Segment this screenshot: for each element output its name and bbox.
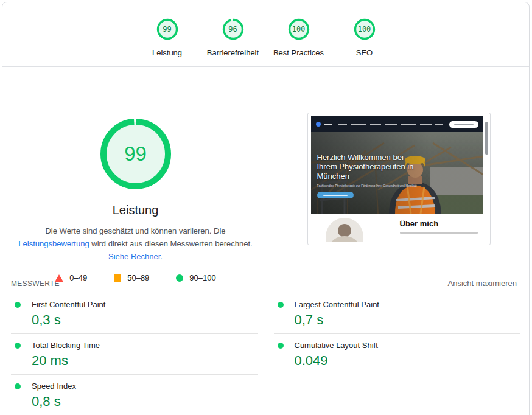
- metric-name: Largest Contentful Paint: [295, 300, 379, 309]
- metric-pass-dot-icon: [15, 302, 21, 308]
- website-screenshot: Herzlich Willkommen bei Ihrem Physiother…: [311, 116, 483, 242]
- legend-range: 0–49: [69, 273, 87, 282]
- category-label: Leistung: [152, 48, 182, 57]
- category-best-practices[interactable]: 100 Best Practices: [266, 18, 332, 57]
- site-about-photo: [326, 218, 363, 242]
- performance-title: Leistung: [113, 203, 159, 217]
- leistungsbewertung-link[interactable]: Leistungsbewertung: [18, 239, 89, 248]
- legend-average: 50–89: [114, 273, 149, 282]
- metric-value: 0,7 s: [295, 312, 521, 328]
- legend-range: 90–100: [189, 273, 215, 282]
- siehe-rechner-link[interactable]: Siehe Rechner.: [108, 252, 163, 261]
- column-divider: [267, 152, 267, 206]
- performance-score-gauge[interactable]: 99: [100, 118, 172, 190]
- score-gauge-small: 100: [353, 18, 376, 41]
- performance-description: Die Werte sind geschätzt und können vari…: [10, 225, 261, 263]
- metric-pass-dot-icon: [15, 343, 21, 349]
- site-contact-button: [449, 121, 478, 128]
- site-about-heading: Über mich: [400, 219, 478, 228]
- score-gauge-small: 96: [222, 18, 245, 41]
- metric-value: 0,8 s: [32, 394, 258, 410]
- metric-pass-dot-icon: [278, 302, 284, 308]
- score-gauge-small: 100: [287, 18, 310, 41]
- legend-range: 50–89: [127, 273, 149, 282]
- metric-pass-dot-icon: [15, 383, 21, 389]
- category-label: SEO: [356, 48, 373, 57]
- metric-largest-contentful-paint: Largest Contentful Paint 0,7 s: [274, 293, 521, 333]
- site-navbar: [311, 116, 483, 132]
- metric-speed-index: Speed Index 0,8 s: [11, 374, 258, 415]
- metric-name: Cumulative Layout Shift: [295, 341, 378, 350]
- metric-value: 0.049: [295, 353, 521, 369]
- site-hero-copy: Herzlich Willkommen bei Ihrem Physiother…: [317, 153, 424, 198]
- category-score: 96: [222, 18, 245, 41]
- site-hero-title: Herzlich Willkommen bei Ihrem Physiother…: [317, 153, 424, 181]
- metric-value: 0,3 s: [32, 312, 258, 328]
- page-screenshot-thumbnail[interactable]: Herzlich Willkommen bei Ihrem Physiother…: [307, 113, 491, 245]
- metric-pass-dot-icon: [278, 343, 284, 349]
- category-leistung[interactable]: 99 Leistung: [135, 18, 200, 57]
- category-label: Barrierefreiheit: [207, 48, 259, 57]
- site-logo-icon: [316, 122, 321, 127]
- screenshot-column: Herzlich Willkommen bei Ihrem Physiother…: [268, 67, 529, 275]
- metric-name: Total Blocking Time: [32, 341, 100, 350]
- performance-section: 99 Leistung Die Werte sind geschätzt und…: [2, 67, 529, 275]
- metric-cumulative-layout-shift: Cumulative Layout Shift 0.049: [274, 333, 521, 374]
- description-text: Die Werte sind geschätzt und können vari…: [45, 226, 225, 235]
- site-hero-button: [317, 192, 354, 198]
- metric-total-blocking-time: Total Blocking Time 20 ms: [11, 333, 258, 374]
- performance-score: 99: [100, 118, 172, 190]
- thumbnail-scrollbar-thumb[interactable]: [485, 122, 488, 155]
- pass-circle-icon: [176, 274, 183, 282]
- category-seo[interactable]: 100 SEO: [332, 18, 397, 57]
- metrics-grid: First Contentful Paint 0,3 s Largest Con…: [2, 293, 529, 415]
- fail-triangle-icon: [55, 274, 63, 282]
- site-about-section: Über mich: [311, 214, 483, 242]
- category-summary-bar: 99 Leistung 96 Barrierefreiheit 100: [2, 2, 529, 67]
- average-square-icon: [114, 274, 121, 282]
- performance-gauge-column: 99 Leistung Die Werte sind geschätzt und…: [2, 67, 268, 275]
- report-card: 99 Leistung 96 Barrierefreiheit 100: [2, 2, 530, 415]
- site-hero-subtitle: Fachkundige Physiotherapie zur Förderung…: [317, 184, 424, 188]
- site-hero: Herzlich Willkommen bei Ihrem Physiother…: [311, 132, 483, 214]
- description-text: wird direkt aus diesen Messwerten berech…: [89, 239, 253, 248]
- site-menu: [335, 124, 446, 125]
- score-gauge-small: 99: [156, 18, 179, 41]
- expand-view-link[interactable]: Ansicht maximieren: [448, 279, 517, 288]
- metric-name: Speed Index: [32, 382, 76, 391]
- legend-pass: 90–100: [176, 273, 215, 282]
- metric-first-contentful-paint: First Contentful Paint 0,3 s: [11, 293, 258, 333]
- metric-value: 20 ms: [32, 353, 258, 369]
- metrics-title: MESSWERTE: [11, 279, 60, 288]
- metric-empty-slot: [274, 374, 521, 415]
- category-score: 100: [353, 18, 376, 41]
- score-legend: 0–49 50–89 90–100: [55, 273, 215, 282]
- site-logo-text: [324, 124, 332, 125]
- category-label: Best Practices: [273, 48, 324, 57]
- metric-name: First Contentful Paint: [32, 300, 105, 309]
- site-about-text-placeholder: [400, 232, 478, 234]
- category-score: 100: [287, 18, 310, 41]
- category-barrierefreiheit[interactable]: 96 Barrierefreiheit: [200, 18, 266, 57]
- legend-fail: 0–49: [55, 273, 87, 282]
- category-score: 99: [156, 18, 179, 41]
